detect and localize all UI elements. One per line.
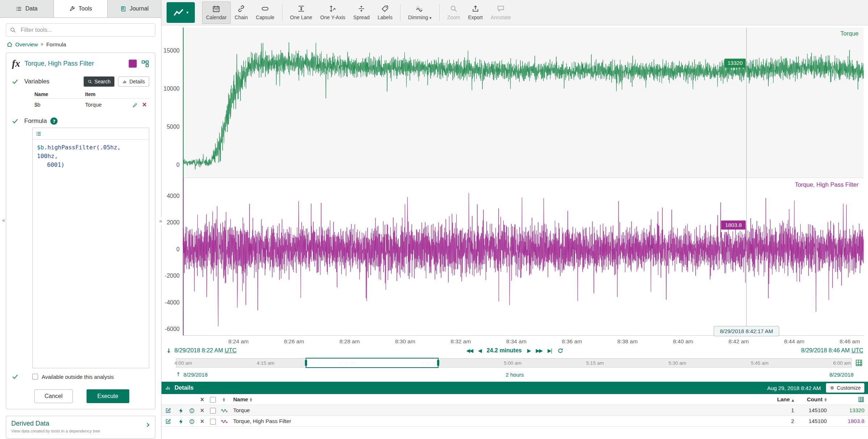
range-duration[interactable]: 24.2 minutes <box>487 347 522 354</box>
variable-name: $b <box>32 99 83 111</box>
tab-label: Data <box>25 5 38 12</box>
home-icon <box>7 41 13 47</box>
variables-details-button[interactable]: Details <box>118 76 149 87</box>
select-all-checkbox[interactable] <box>210 397 216 403</box>
name-column-header[interactable]: Name▲▼ <box>233 396 772 402</box>
timebar-duration[interactable]: 2 hours <box>506 372 524 378</box>
edit-item-icon[interactable] <box>165 407 178 414</box>
step-forward-icon[interactable]: ▶ <box>527 348 531 353</box>
item-info-icon[interactable] <box>189 418 200 424</box>
lane-column-header[interactable]: Lane▲ <box>772 396 794 402</box>
home-icon[interactable] <box>7 41 13 47</box>
trend-chart-svg[interactable]: 050001000015000400020000-2000-4000-60008… <box>162 25 868 344</box>
dependency-tree-icon[interactable] <box>141 60 149 68</box>
step-to-end-icon[interactable]: ▶| <box>548 348 552 353</box>
toolbar-button-dimming[interactable]: Dimming ▾ <box>404 1 436 24</box>
toolbar-button-label: Spread <box>353 15 370 20</box>
skip-forward-icon[interactable]: ▶▶ <box>536 348 542 353</box>
trend-chart[interactable]: 050001000015000400020000-2000-4000-60008… <box>162 25 868 344</box>
derive-item-icon[interactable] <box>178 418 189 424</box>
range-end-timezone[interactable]: UTC <box>851 347 863 353</box>
range-end[interactable]: 8/29/2018 8:46 AM UTC <box>801 347 863 354</box>
info-icon <box>189 419 195 424</box>
tab-journal[interactable]: Journal <box>108 0 161 17</box>
tab-data[interactable]: Data <box>0 0 54 17</box>
select-item-checkbox[interactable] <box>210 419 216 424</box>
function-list-icon[interactable] <box>36 131 42 137</box>
toolbar-button-chain[interactable]: Chain <box>231 1 252 24</box>
remove-column-header[interactable]: × <box>200 396 210 403</box>
sidebar-panel: DataToolsJournal Overview » Formula fx T… <box>0 0 162 439</box>
toolbar-button-label: Chain <box>235 15 248 20</box>
investigate-arrow-icon: ↑ <box>176 371 181 378</box>
selection-left-handle[interactable] <box>305 360 307 366</box>
timebar-track[interactable]: 4:00 am4:15 am4:30 am4:45 am5:00 am5:15 … <box>176 358 852 368</box>
filter-tools <box>6 23 155 37</box>
toolbar-button-calendar[interactable]: Calendar <box>202 1 231 24</box>
bars-icon <box>122 79 127 84</box>
select-item-checkbox[interactable] <box>210 408 216 414</box>
derived-data-panel[interactable]: Derived Data View data created by tools … <box>6 416 155 439</box>
edit-item-icon[interactable] <box>165 418 178 424</box>
toolbar-button-spread[interactable]: Spread <box>349 1 374 24</box>
filter-tools-input[interactable] <box>6 23 155 37</box>
edit-variable-icon[interactable] <box>132 102 138 108</box>
formula-title-input[interactable]: Torque, High Pass Filter <box>25 60 125 67</box>
item-info-icon[interactable] <box>189 407 200 413</box>
annotate-icon <box>497 5 505 13</box>
journal-icon <box>120 6 126 12</box>
x-axis-tick-label: 8:28 am <box>339 338 360 344</box>
item-name[interactable]: Torque, High Pass Filter <box>233 418 772 424</box>
toolbar-button-capsule[interactable]: Capsule <box>252 1 278 24</box>
y-axis-tick-label: 4000 <box>167 193 180 199</box>
y-axis-tick-label: 2000 <box>167 219 180 225</box>
signal-color-swatch[interactable] <box>129 59 137 68</box>
toolbar-button-one-y-axis[interactable]: One Y-Axis <box>316 1 349 24</box>
sort-icon[interactable]: ▲▼ <box>223 398 225 402</box>
formula-header: fx Torque, High Pass Filter <box>12 58 149 69</box>
formula-help-icon[interactable]: ? <box>50 117 58 125</box>
sort-icon[interactable]: ▲▼ <box>250 398 252 402</box>
item-name[interactable]: Torque <box>233 407 772 413</box>
variables-search-button[interactable]: Search <box>84 76 114 87</box>
timebar-tick-label: 5:00 am <box>504 360 521 366</box>
collapse-left-icon[interactable]: « <box>2 217 5 224</box>
selection-right-handle[interactable] <box>437 360 439 366</box>
available-outside-checkbox[interactable] <box>32 374 38 380</box>
skip-back-icon[interactable]: ◀◀ <box>466 348 473 353</box>
wrench-icon <box>69 6 75 12</box>
toolbar-button-labels[interactable]: Labels <box>374 1 397 24</box>
range-start[interactable]: 8/29/2018 8:22 AM UTC <box>174 347 236 354</box>
execute-button[interactable]: Execute <box>87 389 129 403</box>
variables-col-item: Item <box>83 90 124 99</box>
breadcrumb-overview[interactable]: Overview <box>15 41 38 47</box>
delete-variable-icon[interactable]: × <box>142 101 147 108</box>
toolbar-button-export[interactable]: Export <box>464 1 486 24</box>
variables-col-name: Name <box>32 90 83 99</box>
range-start-timezone[interactable]: UTC <box>225 347 236 353</box>
remove-item-icon[interactable]: × <box>200 407 210 414</box>
tab-tools[interactable]: Tools <box>54 0 108 17</box>
derive-item-icon[interactable] <box>178 407 189 413</box>
refresh-icon <box>557 348 563 354</box>
collapse-sidebar-icon[interactable]: « <box>158 217 163 225</box>
timebar-selection[interactable] <box>306 358 439 368</box>
cancel-button[interactable]: Cancel <box>34 389 73 403</box>
remove-item-icon[interactable]: × <box>200 418 210 424</box>
check-icon <box>12 78 21 85</box>
timebar-grid-icon[interactable] <box>855 359 863 367</box>
step-back-icon[interactable]: ◀ <box>478 348 481 353</box>
variable-row: $bTorque× <box>32 99 149 111</box>
available-outside-row: Available outside this analysis <box>12 373 149 380</box>
x-axis-tick-label: 8:40 am <box>673 338 693 344</box>
item-count: 145100 <box>794 407 827 413</box>
item-count: 145100 <box>794 418 827 424</box>
formula-code-input[interactable]: $b.highPassFilter(.05hz, 100hz,6001) <box>33 140 149 368</box>
customize-button[interactable]: Customize <box>826 383 864 393</box>
toolbar-button-one-lane[interactable]: One Lane <box>286 1 316 24</box>
refresh-icon[interactable] <box>557 348 563 354</box>
caret-down-icon: ▾ <box>186 10 189 15</box>
view-mode-button[interactable]: ▾ <box>167 2 195 23</box>
count-column-header[interactable]: Count▲▼ <box>794 396 827 402</box>
formula-label: Formula <box>24 117 47 125</box>
